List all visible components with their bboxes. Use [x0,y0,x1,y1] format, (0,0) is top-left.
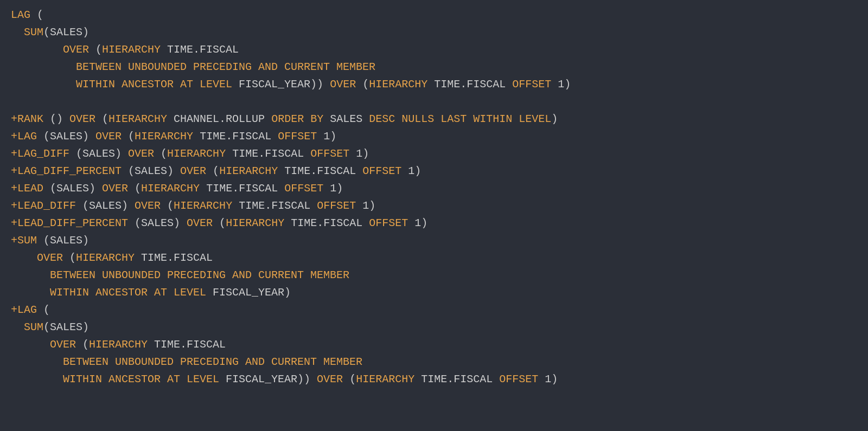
code-line-13: +LEAD_DIFF_PERCENT (SALES) OVER (HIERARC… [11,215,857,232]
code-line-2: SUM(SALES) [11,24,857,41]
code-line-8: +LAG (SALES) OVER (HIERARCHY TIME.FISCAL… [11,128,857,145]
code-editor: LAG ( SUM(SALES) OVER (HIERARCHY TIME.FI… [0,0,868,431]
code-line-17: WITHIN ANCESTOR AT LEVEL FISCAL_YEAR) [11,284,857,301]
code-line-5: WITHIN ANCESTOR AT LEVEL FISCAL_YEAR)) O… [11,76,857,93]
code-line-4: BETWEEN UNBOUNDED PRECEDING AND CURRENT … [11,59,857,76]
code-line-15: OVER (HIERARCHY TIME.FISCAL [11,249,857,267]
code-line-20: OVER (HIERARCHY TIME.FISCAL [11,336,857,353]
code-line-18: +LAG ( [11,301,857,319]
code-line-11: +LEAD (SALES) OVER (HIERARCHY TIME.FISCA… [11,180,857,197]
code-line-16: BETWEEN UNBOUNDED PRECEDING AND CURRENT … [11,267,857,284]
code-line-10: +LAG_DIFF_PERCENT (SALES) OVER (HIERARCH… [11,163,857,180]
code-line-1: LAG ( [11,7,857,24]
code-line-7: +RANK () OVER (HIERARCHY CHANNEL.ROLLUP … [11,111,857,128]
code-line-19: SUM(SALES) [11,319,857,336]
code-line-3: OVER (HIERARCHY TIME.FISCAL [11,41,857,59]
code-line-21: BETWEEN UNBOUNDED PRECEDING AND CURRENT … [11,353,857,371]
code-line-14: +SUM (SALES) [11,232,857,249]
code-line-22: WITHIN ANCESTOR AT LEVEL FISCAL_YEAR)) O… [11,371,857,388]
code-line-9: +LAG_DIFF (SALES) OVER (HIERARCHY TIME.F… [11,145,857,163]
code-line-12: +LEAD_DIFF (SALES) OVER (HIERARCHY TIME.… [11,197,857,215]
code-line-6 [11,93,857,111]
